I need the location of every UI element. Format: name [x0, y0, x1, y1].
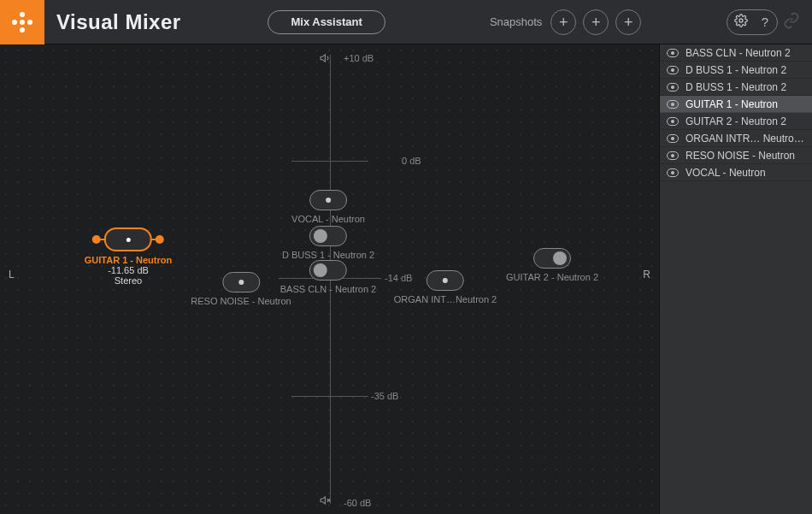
- chain-icon: [783, 12, 800, 32]
- visibility-eye-icon[interactable]: [667, 167, 679, 179]
- snapshots-label: Snapshots: [490, 15, 542, 28]
- node-label: GUITAR 1 - Neutron: [85, 255, 172, 265]
- settings-button[interactable]: [730, 11, 752, 33]
- svg-point-0: [739, 19, 743, 22]
- question-icon: ?: [762, 15, 768, 29]
- node-handle[interactable]: [309, 260, 347, 281]
- node-organ[interactable]: ORGAN INT…Neutron 2: [394, 270, 497, 304]
- db-label-35: -35 dB: [371, 391, 398, 401]
- track-name: BASS CLN - Neutron 2: [685, 47, 805, 59]
- track-row[interactable]: BASS CLN - Neutron 2: [660, 44, 812, 62]
- track-name: ORGAN INTR… Neutron 2: [685, 133, 805, 145]
- track-list: BASS CLN - Neutron 2D BUSS 1 - Neutron 2…: [659, 44, 812, 514]
- node-dot: [238, 280, 244, 285]
- pan-label-right: R: [643, 269, 650, 281]
- node-width: Stereo: [85, 275, 172, 286]
- db-label-bottom: -60 dB: [344, 498, 371, 508]
- width-handle-left[interactable]: [92, 235, 101, 244]
- visibility-eye-icon[interactable]: [667, 47, 679, 59]
- track-name: RESO NOISE - Neutron: [685, 150, 805, 162]
- track-row[interactable]: GUITAR 1 - Neutron: [660, 96, 812, 113]
- visibility-eye-icon[interactable]: [667, 150, 679, 162]
- track-row[interactable]: ORGAN INTR… Neutron 2: [660, 130, 812, 147]
- help-button[interactable]: ?: [754, 11, 776, 33]
- visibility-eye-icon[interactable]: [667, 64, 679, 76]
- node-handle[interactable]: [222, 272, 260, 292]
- plus-icon: +: [559, 15, 568, 30]
- node-reso[interactable]: RESO NOISE - Neutron: [191, 272, 291, 306]
- svg-marker-1: [321, 55, 325, 62]
- track-row[interactable]: D BUSS 1 - Neutron 2: [660, 79, 812, 96]
- pan-label-left: L: [9, 269, 15, 281]
- settings-help-group: ?: [727, 9, 778, 35]
- track-name: VOCAL - Neutron: [685, 167, 805, 179]
- db-tick-0: [291, 161, 368, 162]
- snapshot-add-2-button[interactable]: +: [583, 9, 609, 35]
- node-dot: [326, 198, 331, 203]
- node-handle[interactable]: [309, 190, 347, 210]
- node-label: RESO NOISE - Neutron: [191, 296, 291, 306]
- speaker-mute-icon: [320, 494, 332, 509]
- visibility-eye-icon[interactable]: [667, 133, 679, 145]
- svg-marker-2: [321, 497, 325, 504]
- snapshot-add-3-button[interactable]: +: [615, 9, 641, 35]
- visibility-eye-icon[interactable]: [667, 81, 679, 93]
- node-guitar-1[interactable]: GUITAR 1 - Neutron -11.65 dB Stereo: [85, 227, 172, 286]
- node-dot: [127, 238, 131, 242]
- link-icon[interactable]: [780, 10, 803, 34]
- node-label: VOCAL - Neutron: [291, 214, 365, 224]
- width-handle-right[interactable]: [156, 235, 164, 244]
- track-name: D BUSS 1 - Neutron 2: [685, 81, 805, 93]
- node-dot: [553, 251, 567, 265]
- node-label: ORGAN INT…Neutron 2: [394, 294, 497, 304]
- node-dot: [314, 229, 327, 243]
- plus-icon: +: [591, 15, 601, 30]
- mixer-stage[interactable]: +10 dB 0 dB -14 dB -35 dB -60 dB L R GUI…: [0, 44, 659, 514]
- logo-icon: [12, 12, 32, 32]
- node-handle[interactable]: [309, 226, 347, 246]
- app-title: Visual Mixer: [56, 10, 181, 34]
- node-handle[interactable]: [533, 248, 571, 269]
- node-label: BASS CLN - Neutron 2: [280, 284, 377, 294]
- db-tick-35: [291, 396, 368, 397]
- node-dot: [443, 278, 448, 283]
- track-row[interactable]: RESO NOISE - Neutron: [660, 147, 812, 164]
- node-handle[interactable]: [427, 270, 464, 291]
- track-name: D BUSS 1 - Neutron 2: [685, 64, 805, 76]
- gear-icon: [734, 14, 748, 30]
- node-gain: -11.65 dB: [85, 265, 172, 275]
- node-handle[interactable]: [104, 227, 152, 251]
- visibility-eye-icon[interactable]: [667, 98, 679, 110]
- track-row[interactable]: D BUSS 1 - Neutron 2: [660, 62, 812, 79]
- node-guitar-2[interactable]: GUITAR 2 - Neutron 2: [506, 248, 598, 282]
- db-label-0: 0 dB: [402, 156, 421, 166]
- track-name: GUITAR 1 - Neutron: [685, 98, 805, 110]
- node-bass[interactable]: BASS CLN - Neutron 2: [280, 260, 377, 294]
- node-vocal[interactable]: VOCAL - Neutron: [291, 190, 365, 224]
- speaker-max-icon: [320, 52, 332, 67]
- db-label-top: +10 dB: [344, 53, 374, 63]
- plus-icon: +: [624, 15, 633, 30]
- main-area: +10 dB 0 dB -14 dB -35 dB -60 dB L R GUI…: [0, 44, 812, 514]
- app-logo: [0, 0, 44, 44]
- track-name: GUITAR 2 - Neutron 2: [685, 115, 805, 127]
- track-row[interactable]: VOCAL - Neutron: [660, 164, 812, 181]
- node-dot: [314, 263, 327, 277]
- node-label: D BUSS 1 - Neutron 2: [282, 250, 374, 260]
- track-row[interactable]: GUITAR 2 - Neutron 2: [660, 113, 812, 130]
- visibility-eye-icon[interactable]: [667, 115, 679, 127]
- node-dbuss[interactable]: D BUSS 1 - Neutron 2: [282, 226, 374, 260]
- node-label: GUITAR 2 - Neutron 2: [506, 272, 598, 282]
- mix-assistant-button[interactable]: Mix Assistant: [268, 10, 385, 34]
- snapshot-add-1-button[interactable]: +: [550, 9, 576, 35]
- app-header: Visual Mixer Mix Assistant Snapshots + +…: [0, 0, 812, 44]
